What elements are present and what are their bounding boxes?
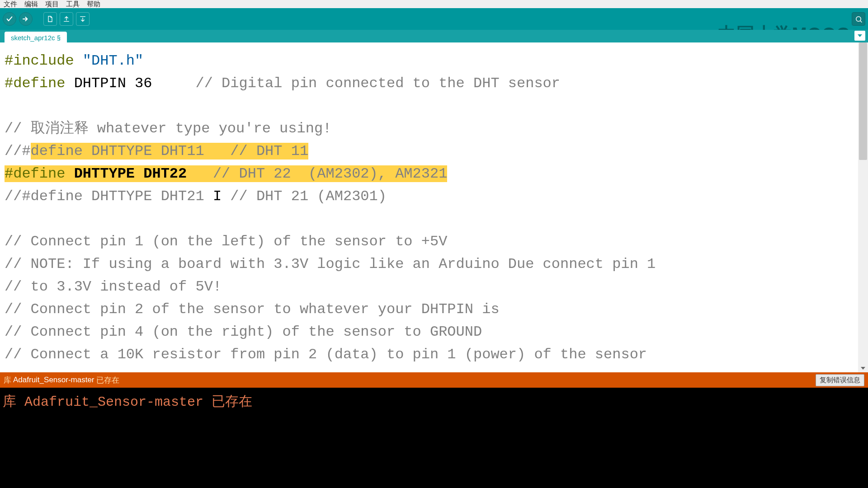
menu-help[interactable]: 帮助: [85, 0, 102, 9]
copy-error-button[interactable]: 复制错误信息: [816, 374, 864, 386]
code-token: // to 3.3V instead of 5V!: [5, 278, 222, 295]
code-token: #define: [5, 165, 65, 182]
scroll-thumb[interactable]: [859, 42, 867, 160]
svg-point-0: [856, 17, 861, 22]
toolbar: 中国大学MOOC: [0, 8, 868, 30]
open-button[interactable]: [60, 12, 73, 26]
code-token: // NOTE: If using a board with 3.3V logi…: [5, 256, 656, 272]
verify-button[interactable]: [3, 12, 16, 26]
status-library: Adafruit_Sensor-master: [13, 375, 94, 385]
status-prefix: 库: [4, 375, 11, 385]
text-cursor: I: [213, 185, 222, 208]
upload-button[interactable]: [19, 12, 33, 26]
tab-bar: sketch_apr12c §: [0, 30, 868, 42]
new-button[interactable]: [43, 12, 57, 26]
console-output[interactable]: 库 Adafruit_Sensor-master 已存在: [0, 388, 868, 488]
code-token: DHTPIN 36: [65, 75, 195, 92]
code-token: //#: [5, 143, 31, 160]
editor-area: #include "DHT.h" #define DHTPIN 36 // Di…: [0, 42, 868, 372]
code-token: "DHT.h": [74, 52, 144, 69]
tab-sketch[interactable]: sketch_apr12c §: [5, 32, 67, 42]
menu-sketch[interactable]: 项目: [43, 0, 61, 9]
menu-file[interactable]: 文件: [2, 0, 19, 9]
menu-tools[interactable]: 工具: [64, 0, 81, 9]
code-token: #include: [5, 52, 74, 69]
code-token: // 取消注释 whatever type you're using!: [5, 120, 331, 137]
code-token: // DHT 21 (AM2301): [222, 188, 387, 205]
status-bar: 库 Adafruit_Sensor-master 已存在 复制错误信息: [0, 372, 868, 388]
save-button[interactable]: [76, 12, 90, 26]
console-line: 库 Adafruit_Sensor-master 已存在: [3, 394, 865, 410]
code-token: // Connect a 10K resistor from pin 2 (da…: [5, 346, 647, 363]
code-token: //#define DHTTYPE DHT21: [5, 188, 213, 205]
code-token: DHTTYPE DHT22: [65, 165, 212, 182]
tab-menu-button[interactable]: [854, 31, 865, 41]
serial-monitor-button[interactable]: [852, 12, 865, 26]
scroll-down-icon[interactable]: [858, 364, 868, 372]
code-token: // Digital pin connected to the DHT sens…: [195, 75, 560, 92]
code-token: // DHT 22 (AM2302), AM2321: [213, 165, 447, 182]
code-token: // Connect pin 4 (on the right) of the s…: [5, 324, 482, 340]
code-editor[interactable]: #include "DHT.h" #define DHTPIN 36 // Di…: [0, 42, 868, 372]
vertical-scrollbar[interactable]: [858, 42, 868, 372]
menu-bar: 文件 编辑 项目 工具 帮助: [0, 0, 868, 8]
code-token: #define: [5, 75, 65, 92]
menu-edit[interactable]: 编辑: [23, 0, 40, 9]
code-highlight: define DHTTYPE DHT11 // DHT 11: [31, 143, 309, 160]
code-token: // Connect pin 1 (on the left) of the se…: [5, 233, 447, 250]
code-token: // Connect pin 2 of the sensor to whatev…: [5, 301, 500, 318]
status-suffix: 已存在: [96, 375, 119, 385]
